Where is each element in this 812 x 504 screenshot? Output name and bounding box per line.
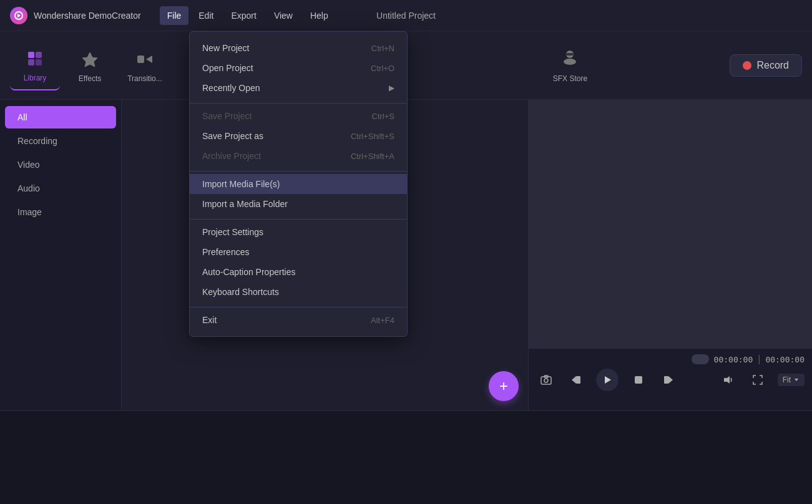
dropdown-auto-caption[interactable]: Auto-Caption Properties bbox=[190, 262, 407, 282]
auto-caption-label: Auto-Caption Properties bbox=[202, 267, 295, 277]
dropdown-section-1: New Project Ctrl+N Open Project Ctrl+O R… bbox=[190, 36, 407, 100]
new-project-shortcut: Ctrl+N bbox=[371, 44, 394, 53]
dropdown-recently-open[interactable]: Recently Open ▶ bbox=[190, 78, 407, 98]
preferences-label: Preferences bbox=[202, 247, 249, 257]
save-project-as-label: Save Project as bbox=[202, 131, 263, 141]
save-project-shortcut: Ctrl+S bbox=[372, 112, 394, 121]
dropdown-import-media-folder[interactable]: Import a Media Folder bbox=[190, 194, 407, 214]
exit-shortcut: Alt+F4 bbox=[371, 316, 394, 325]
dropdown-section-4: Project Settings Preferences Auto-Captio… bbox=[190, 219, 407, 304]
exit-label: Exit bbox=[202, 315, 217, 325]
save-project-label: Save Project bbox=[202, 111, 252, 121]
dropdown-import-media-files[interactable]: Import Media File(s) bbox=[190, 174, 407, 194]
project-settings-label: Project Settings bbox=[202, 227, 263, 237]
dropdown-section-2: Save Project Ctrl+S Save Project as Ctrl… bbox=[190, 103, 407, 168]
dropdown-open-project[interactable]: Open Project Ctrl+O bbox=[190, 58, 407, 78]
dropdown-save-project: Save Project Ctrl+S bbox=[190, 106, 407, 126]
open-project-shortcut: Ctrl+O bbox=[371, 64, 394, 73]
open-project-label: Open Project bbox=[202, 63, 253, 73]
recently-open-label: Recently Open bbox=[202, 83, 260, 93]
dropdown-keyboard-shortcuts[interactable]: Keyboard Shortcuts bbox=[190, 282, 407, 302]
dropdown-section-5: Exit Alt+F4 bbox=[190, 307, 407, 332]
dropdown-save-project-as[interactable]: Save Project as Ctrl+Shift+S bbox=[190, 126, 407, 146]
dropdown-archive-project: Archive Project Ctrl+Shift+A bbox=[190, 146, 407, 166]
import-media-files-label: Import Media File(s) bbox=[202, 179, 280, 189]
archive-project-label: Archive Project bbox=[202, 151, 261, 161]
keyboard-shortcuts-label: Keyboard Shortcuts bbox=[202, 287, 279, 297]
dropdown-new-project[interactable]: New Project Ctrl+N bbox=[190, 38, 407, 58]
import-media-folder-label: Import a Media Folder bbox=[202, 199, 288, 209]
dropdown-overlay[interactable]: New Project Ctrl+N Open Project Ctrl+O R… bbox=[0, 0, 812, 504]
dropdown-project-settings[interactable]: Project Settings bbox=[190, 222, 407, 242]
save-project-as-shortcut: Ctrl+Shift+S bbox=[351, 132, 394, 141]
recently-open-arrow: ▶ bbox=[389, 84, 394, 92]
dropdown-exit[interactable]: Exit Alt+F4 bbox=[190, 310, 407, 330]
dropdown-preferences[interactable]: Preferences bbox=[190, 242, 407, 262]
file-dropdown-menu: New Project Ctrl+N Open Project Ctrl+O R… bbox=[189, 31, 408, 337]
dropdown-section-3: Import Media File(s) Import a Media Fold… bbox=[190, 171, 407, 216]
new-project-label: New Project bbox=[202, 43, 249, 53]
archive-project-shortcut: Ctrl+Shift+A bbox=[351, 152, 394, 161]
